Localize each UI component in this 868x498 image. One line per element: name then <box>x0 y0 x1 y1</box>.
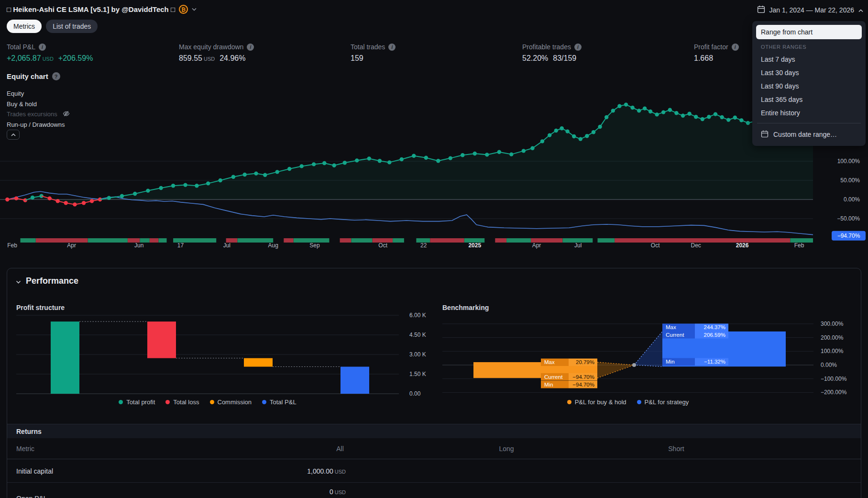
dropdown-item-last-365-days[interactable]: Last 365 days <box>756 93 862 106</box>
equity-legend: Equity Buy & hold Trades excursions Run-… <box>7 89 70 130</box>
stat-profit-factor: Profit factori 1.668 <box>694 43 739 63</box>
legend-dot <box>567 400 571 404</box>
performance-panel: Performance Profit structure Benchmarkin… <box>7 268 861 498</box>
svg-text:Dec: Dec <box>691 242 701 249</box>
dropdown-item-custom-date-range[interactable]: Custom date range… <box>756 127 862 142</box>
svg-text:−94.70%: −94.70% <box>572 382 594 387</box>
stat-total-trades: Total tradesi 159 <box>351 43 396 63</box>
performance-section-toggle[interactable]: Performance <box>16 276 78 286</box>
svg-text:Feb: Feb <box>794 242 804 249</box>
svg-text:Min: Min <box>666 359 675 365</box>
svg-text:20.79%: 20.79% <box>576 359 594 365</box>
svg-text:200.00%: 200.00% <box>821 334 844 341</box>
legend-item[interactable]: Total P&L <box>262 398 297 406</box>
dropdown-item-last-30-days[interactable]: Last 30 days <box>756 66 862 79</box>
svg-text:Max: Max <box>666 324 676 330</box>
svg-text:Aug: Aug <box>268 242 278 249</box>
dropdown-item-range-from-chart[interactable]: Range from chart <box>756 25 862 39</box>
row-metric: Open P&L <box>16 495 47 498</box>
legend-item[interactable]: P&L for strategy <box>637 398 689 406</box>
stat-label: Profitable trades <box>522 43 571 51</box>
legend-dot <box>637 400 641 404</box>
dropdown-item-last-7-days[interactable]: Last 7 days <box>756 53 862 66</box>
legend-item[interactable]: P&L for buy & hold <box>567 398 626 406</box>
svg-text:Jul: Jul <box>223 242 231 249</box>
legend-trades-excursions[interactable]: Trades excursions <box>7 109 70 120</box>
info-icon[interactable]: i <box>39 44 46 51</box>
svg-text:−11.32%: −11.32% <box>704 359 725 365</box>
legend-item[interactable]: Commission <box>210 398 252 406</box>
stat-label: Max equity drawdown <box>179 43 243 51</box>
date-range-selector[interactable]: Jan 1, 2024 — Mar 22, 2026 <box>757 5 863 15</box>
chevron-up-icon <box>858 6 863 14</box>
svg-text:Jul: Jul <box>574 242 582 249</box>
tab-list-of-trades[interactable]: List of trades <box>46 20 98 33</box>
legend-equity[interactable]: Equity <box>7 89 70 99</box>
legend-item[interactable]: Total loss <box>165 398 199 406</box>
date-range-label: Jan 1, 2024 — Mar 22, 2026 <box>769 6 854 14</box>
column-all: All <box>316 445 364 453</box>
stat-secondary: 24.96% <box>220 54 245 63</box>
table-row-initial-capital: Initial capital 1,000.00USD <box>7 459 861 483</box>
svg-text:100.00%: 100.00% <box>837 158 860 165</box>
svg-text:50.00%: 50.00% <box>840 177 860 184</box>
info-icon[interactable]: i <box>388 44 396 51</box>
svg-text:Current: Current <box>544 374 563 380</box>
svg-text:Oct: Oct <box>378 242 387 249</box>
equity-chart-title: Equity chart ? <box>7 72 60 80</box>
svg-text:0.00%: 0.00% <box>821 362 837 368</box>
stat-max-drawdown: Max equity drawdowni 859.55USD24.96% <box>179 43 254 63</box>
strategy-title: □ Heiken-Ashi CE LSMA [v5.1] by @DaviddT… <box>7 5 175 13</box>
stat-profitable-trades: Profitable tradesi 52.20%83/159 <box>522 43 582 63</box>
svg-text:Oct: Oct <box>651 242 660 249</box>
returns-section-header: Returns <box>7 424 861 438</box>
returns-table-header: Metric All Long Short <box>7 438 861 459</box>
help-icon[interactable]: ? <box>52 72 60 80</box>
svg-text:Apr: Apr <box>67 242 76 249</box>
strategy-header: □ Heiken-Ashi CE LSMA [v5.1] by @DaviddT… <box>7 5 197 14</box>
coin-icon: ₿ <box>179 5 188 14</box>
legend-dot <box>210 400 214 404</box>
legend-buy-and-hold[interactable]: Buy & hold <box>7 99 70 110</box>
column-metric: Metric <box>16 445 34 453</box>
svg-text:3.00 K: 3.00 K <box>409 351 426 358</box>
svg-text:−200.00%: −200.00% <box>821 389 847 396</box>
dropdown-item-entire-history[interactable]: Entire history <box>756 106 862 120</box>
svg-text:Current: Current <box>666 332 684 338</box>
dropdown-divider <box>757 123 861 123</box>
svg-text:−50.00%: −50.00% <box>837 215 860 222</box>
eye-off-icon[interactable] <box>62 110 70 119</box>
collapse-chart-button[interactable] <box>7 130 20 140</box>
tab-metrics[interactable]: Metrics <box>7 20 42 33</box>
column-long: Long <box>483 445 530 453</box>
svg-text:Sep: Sep <box>309 242 320 249</box>
dropdown-group-label: OTHER RANGES <box>761 44 857 50</box>
info-icon[interactable]: i <box>732 44 739 51</box>
info-icon[interactable]: i <box>247 44 254 51</box>
svg-text:17: 17 <box>177 242 184 249</box>
svg-text:−100.00%: −100.00% <box>821 376 847 382</box>
info-icon[interactable]: i <box>574 44 582 51</box>
equity-chart[interactable]: 100.00%50.00%0.00%−50.00%FebAprJun17JulA… <box>0 86 868 255</box>
title-chevron-down-icon[interactable] <box>192 8 197 11</box>
legend-item[interactable]: Total profit <box>119 398 155 406</box>
calendar-icon <box>761 130 769 139</box>
svg-text:206.59%: 206.59% <box>704 332 725 338</box>
view-tabs: Metrics List of trades <box>7 20 98 33</box>
svg-text:244.37%: 244.37% <box>704 324 725 330</box>
stat-value: +2,065.87 <box>7 54 41 63</box>
stat-secondary: +206.59% <box>58 54 93 63</box>
profit-structure-title: Profit structure <box>16 304 65 311</box>
svg-text:0.00: 0.00 <box>409 390 421 397</box>
stat-currency: USD <box>204 56 215 62</box>
benchmarking-title: Benchmarking <box>442 304 489 311</box>
legend-runup-drawdowns[interactable]: Run-up / Drawdowns <box>7 120 70 130</box>
dropdown-item-last-90-days[interactable]: Last 90 days <box>756 79 862 93</box>
svg-text:1.50 K: 1.50 K <box>409 371 426 377</box>
stat-secondary: 83/159 <box>553 54 576 63</box>
benchmarking-legend: P&L for buy & holdP&L for strategy <box>442 398 813 406</box>
svg-text:Jun: Jun <box>134 242 143 249</box>
legend-dot <box>119 400 123 404</box>
stat-label: Total trades <box>351 43 385 51</box>
svg-text:2026: 2026 <box>736 242 749 249</box>
